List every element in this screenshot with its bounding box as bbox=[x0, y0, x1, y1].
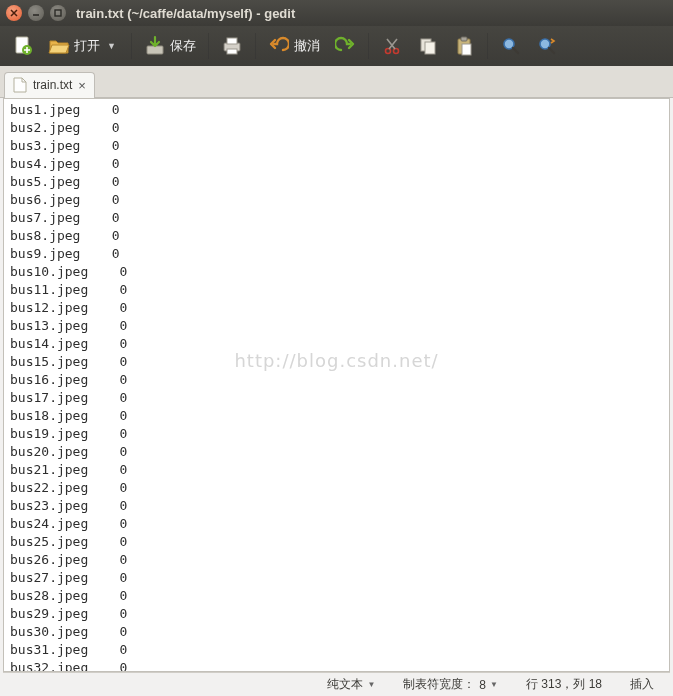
editor-line: bus10.jpeg 0 bbox=[10, 263, 663, 281]
editor-line: bus29.jpeg 0 bbox=[10, 605, 663, 623]
window-controls bbox=[6, 5, 66, 21]
editor-line: bus18.jpeg 0 bbox=[10, 407, 663, 425]
tabwidth-value: 8 bbox=[479, 678, 486, 692]
svg-rect-6 bbox=[227, 49, 237, 54]
editor-line: bus32.jpeg 0 bbox=[10, 659, 663, 672]
print-button[interactable] bbox=[215, 31, 249, 61]
editor-line: bus23.jpeg 0 bbox=[10, 497, 663, 515]
editor-line: bus8.jpeg 0 bbox=[10, 227, 663, 245]
file-icon bbox=[13, 77, 27, 93]
tabwidth-selector[interactable]: 制表符宽度： 8 ▼ bbox=[403, 676, 498, 693]
toolbar-separator bbox=[487, 33, 488, 59]
editor-line: bus9.jpeg 0 bbox=[10, 245, 663, 263]
toolbar-separator bbox=[208, 33, 209, 59]
undo-icon bbox=[268, 35, 290, 57]
editor-line: bus28.jpeg 0 bbox=[10, 587, 663, 605]
copy-icon bbox=[417, 35, 439, 57]
editor-line: bus15.jpeg 0 bbox=[10, 353, 663, 371]
dropdown-arrow-icon: ▼ bbox=[490, 680, 498, 689]
tab-label: train.txt bbox=[33, 78, 72, 92]
replace-button[interactable] bbox=[530, 31, 564, 61]
statusbar: 纯文本 ▼ 制表符宽度： 8 ▼ 行 313，列 18 插入 bbox=[3, 672, 670, 696]
editor-line: bus16.jpeg 0 bbox=[10, 371, 663, 389]
undo-label: 撤消 bbox=[294, 37, 320, 55]
tabbar: train.txt × bbox=[0, 66, 673, 98]
new-file-icon bbox=[12, 35, 34, 57]
editor-line: bus1.jpeg 0 bbox=[10, 101, 663, 119]
editor-line: bus20.jpeg 0 bbox=[10, 443, 663, 461]
editor-line: bus6.jpeg 0 bbox=[10, 191, 663, 209]
editor-line: bus19.jpeg 0 bbox=[10, 425, 663, 443]
save-icon bbox=[144, 35, 166, 57]
paste-button[interactable] bbox=[447, 31, 481, 61]
minimize-button[interactable] bbox=[28, 5, 44, 21]
open-button[interactable]: 打开 ▼ bbox=[42, 31, 125, 61]
svg-rect-5 bbox=[227, 38, 237, 44]
paste-icon bbox=[453, 35, 475, 57]
editor-line: bus25.jpeg 0 bbox=[10, 533, 663, 551]
scissors-icon bbox=[381, 35, 403, 57]
toolbar: 打开 ▼ 保存 撤消 bbox=[0, 26, 673, 66]
editor-line: bus24.jpeg 0 bbox=[10, 515, 663, 533]
editor-line: bus4.jpeg 0 bbox=[10, 155, 663, 173]
editor-area[interactable]: bus1.jpeg 0bus2.jpeg 0bus3.jpeg 0bus4.jp… bbox=[3, 98, 670, 672]
editor-line: bus17.jpeg 0 bbox=[10, 389, 663, 407]
editor-line: bus12.jpeg 0 bbox=[10, 299, 663, 317]
toolbar-separator bbox=[255, 33, 256, 59]
syntax-label: 纯文本 bbox=[327, 676, 363, 693]
editor-line: bus11.jpeg 0 bbox=[10, 281, 663, 299]
close-button[interactable] bbox=[6, 5, 22, 21]
search-icon bbox=[500, 35, 522, 57]
new-file-button[interactable] bbox=[6, 31, 40, 61]
svg-rect-3 bbox=[147, 46, 163, 54]
mode-label: 插入 bbox=[630, 676, 654, 693]
editor-line: bus3.jpeg 0 bbox=[10, 137, 663, 155]
print-icon bbox=[221, 35, 243, 57]
insert-mode[interactable]: 插入 bbox=[630, 676, 654, 693]
editor-line: bus2.jpeg 0 bbox=[10, 119, 663, 137]
svg-rect-0 bbox=[55, 10, 61, 16]
editor-line: bus22.jpeg 0 bbox=[10, 479, 663, 497]
redo-icon bbox=[334, 35, 356, 57]
tab-close-button[interactable]: × bbox=[78, 78, 86, 93]
svg-rect-13 bbox=[462, 44, 471, 55]
find-replace-icon bbox=[536, 35, 558, 57]
editor-line: bus21.jpeg 0 bbox=[10, 461, 663, 479]
tab-train-txt[interactable]: train.txt × bbox=[4, 72, 95, 98]
svg-rect-10 bbox=[425, 42, 435, 54]
save-button[interactable]: 保存 bbox=[138, 31, 202, 61]
cursor-position: 行 313，列 18 bbox=[526, 676, 602, 693]
cut-button[interactable] bbox=[375, 31, 409, 61]
toolbar-separator bbox=[131, 33, 132, 59]
position-label: 行 313，列 18 bbox=[526, 676, 602, 693]
editor-line: bus14.jpeg 0 bbox=[10, 335, 663, 353]
toolbar-separator bbox=[368, 33, 369, 59]
tabwidth-label: 制表符宽度： bbox=[403, 676, 475, 693]
editor-line: bus7.jpeg 0 bbox=[10, 209, 663, 227]
editor-line: bus5.jpeg 0 bbox=[10, 173, 663, 191]
editor-line: bus13.jpeg 0 bbox=[10, 317, 663, 335]
window-title: train.txt (~/caffe/data/myself) - gedit bbox=[76, 6, 295, 21]
dropdown-arrow-icon: ▼ bbox=[367, 680, 375, 689]
syntax-selector[interactable]: 纯文本 ▼ bbox=[327, 676, 375, 693]
redo-button[interactable] bbox=[328, 31, 362, 61]
editor-line: bus30.jpeg 0 bbox=[10, 623, 663, 641]
open-folder-icon bbox=[48, 35, 70, 57]
editor-line: bus26.jpeg 0 bbox=[10, 551, 663, 569]
editor-line: bus27.jpeg 0 bbox=[10, 569, 663, 587]
open-dropdown-arrow[interactable]: ▼ bbox=[104, 41, 119, 51]
svg-rect-12 bbox=[461, 37, 467, 41]
find-button[interactable] bbox=[494, 31, 528, 61]
maximize-button[interactable] bbox=[50, 5, 66, 21]
copy-button[interactable] bbox=[411, 31, 445, 61]
undo-button[interactable]: 撤消 bbox=[262, 31, 326, 61]
open-label: 打开 bbox=[74, 37, 100, 55]
titlebar: train.txt (~/caffe/data/myself) - gedit bbox=[0, 0, 673, 26]
save-label: 保存 bbox=[170, 37, 196, 55]
editor-line: bus31.jpeg 0 bbox=[10, 641, 663, 659]
